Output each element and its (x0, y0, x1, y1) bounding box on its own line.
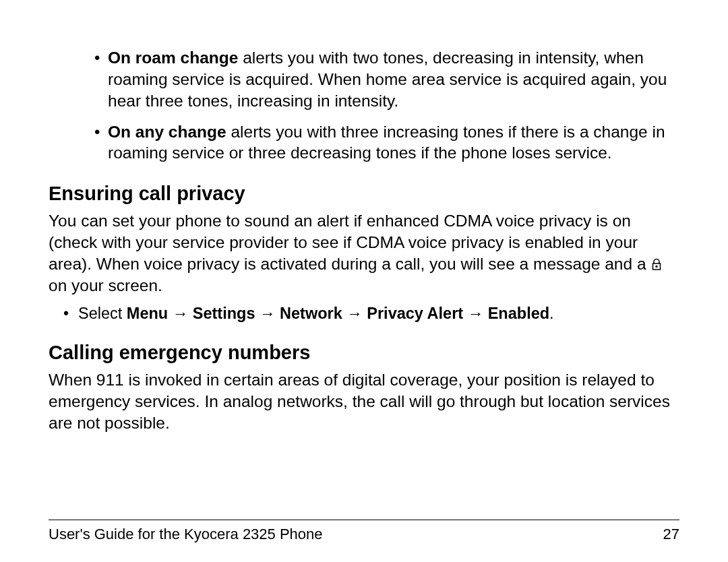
section-heading-emergency: Calling emergency numbers (49, 342, 679, 364)
list-item: On roam change alerts you with two tones… (94, 47, 679, 112)
option-label: On roam change (108, 49, 238, 67)
lock-icon (652, 259, 661, 271)
page-footer: User's Guide for the Kyocera 2325 Phone … (49, 520, 679, 543)
emergency-body: When 911 is invoked in certain areas of … (49, 369, 679, 434)
privacy-text-post: on your screen. (49, 276, 162, 294)
svg-rect-1 (656, 266, 658, 268)
menu-prefix: Select (78, 305, 127, 322)
footer-title: User's Guide for the Kyocera 2325 Phone (49, 526, 323, 543)
menu-path-list: Select Menu → Settings → Network → Priva… (49, 303, 679, 325)
list-item: On any change alerts you with three incr… (94, 121, 679, 164)
page-number: 27 (663, 526, 679, 543)
privacy-body: You can set your phone to sound an alert… (49, 210, 679, 296)
page-content: On roam change alerts you with two tones… (49, 47, 679, 434)
privacy-text-pre: You can set your phone to sound an alert… (49, 212, 650, 273)
menu-suffix: . (549, 305, 554, 322)
menu-path: Menu → Settings → Network → Privacy Aler… (127, 305, 549, 322)
alert-options-list: On roam change alerts you with two tones… (49, 47, 679, 164)
section-heading-privacy: Ensuring call privacy (49, 183, 679, 205)
option-label: On any change (108, 123, 226, 141)
list-item: Select Menu → Settings → Network → Priva… (63, 303, 679, 325)
